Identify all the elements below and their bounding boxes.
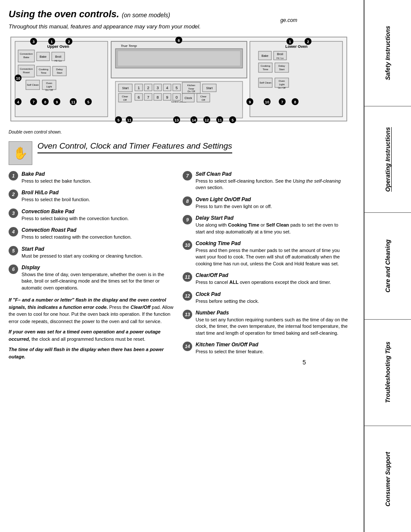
sidebar-consumer: Consumer Support [364,426,411,532]
svg-text:10: 10 [16,76,20,81]
svg-text:Hi / Lo: Hi / Lo [55,59,62,62]
svg-text:2: 2 [68,40,70,44]
svg-text:Off: Off [202,99,205,101]
svg-text:1: 1 [50,40,53,44]
feature-item-8: 8 Oven Light On/Off Pad Press to turn th… [183,196,348,210]
feature-item-10: 10 Cooking Time Pad Press and then press… [183,240,348,267]
sidebar-label-care: Care and Cleaning [384,240,391,292]
svg-text:12: 12 [205,118,209,122]
svg-text:4: 4 [166,86,168,90]
svg-text:Lower Oven: Lower Oven [285,44,308,49]
feature-item-14: 14 Kitchen Timer On/Off Pad Press to sel… [183,342,348,355]
svg-text:6: 6 [177,38,180,43]
feature-item-6: 6 Display Shows the time of day, oven te… [9,264,174,291]
sidebar-safety: Safety Instructions [364,0,411,106]
svg-text:6: 6 [137,95,140,100]
svg-text:11: 11 [71,100,75,104]
svg-text:0: 0 [175,95,177,100]
svg-text:On / Off: On / Off [187,90,195,93]
svg-text:Clear: Clear [200,95,206,98]
svg-text:On / Off: On / Off [45,89,53,91]
warning-2: If your oven was set for a timed oven op… [9,328,174,342]
svg-text:11: 11 [127,118,131,122]
page-number: 5 [302,359,306,366]
svg-text:Off: Off [123,99,127,101]
svg-text:Self Clean: Self Clean [259,81,271,84]
svg-text:1: 1 [289,40,291,44]
svg-text:5: 5 [117,118,119,122]
diagram-caption: Double oven control shown. [9,130,353,134]
svg-text:Self Clean: Self Clean [27,84,39,86]
page-title: Using the oven controls. (on some models… [9,9,170,19]
svg-text:5: 5 [175,86,177,90]
svg-text:Hi / Lo: Hi / Lo [277,57,283,59]
sidebar-operating: Operating Instructions [364,106,411,213]
svg-text:5: 5 [231,118,234,122]
warning-3: The time of day will flash in the displa… [9,346,174,360]
svg-text:10: 10 [265,100,269,104]
svg-text:13: 13 [174,118,179,122]
svg-text:7: 7 [32,100,34,104]
svg-text:Roast: Roast [23,71,30,74]
svg-text:Clock: Clock [184,96,192,100]
svg-text:Bake: Bake [262,54,268,57]
svg-text:1: 1 [137,86,140,90]
svg-text:9: 9 [56,100,58,104]
right-sidebar: Safety Instructions Operating Instructio… [364,0,411,532]
intro-text: Throughout this manual, features and app… [9,23,353,30]
svg-text:Oven: Oven [46,82,52,84]
features-left-col: 1 Bake Pad Press to select the bake func… [9,171,174,364]
feature-item-11: 11 Clear/Off Pad Press to cancel ALL ove… [183,272,348,286]
svg-text:Start: Start [122,87,129,90]
svg-text:9: 9 [166,95,168,100]
page-title-sub: (on some models) [122,12,170,19]
feature-item-13: 13 Number Pads Use to set any function r… [183,310,348,336]
feature-item-12: 12 Clock Pad Press before setting the cl… [183,291,348,305]
svg-text:7: 7 [281,100,283,104]
feature-item-1: 1 Bake Pad Press to select the bake func… [9,171,174,184]
svg-text:Time: Time [40,72,47,74]
section-icon: ✋ [9,141,32,165]
warning-1: If "F– and a number or letter" flash in … [9,296,174,325]
svg-text:True Temp: True Temp [121,44,137,48]
ge-com-label: ge.com [280,17,297,23]
svg-text:Light: Light [46,85,52,88]
section-title: Oven Control, Clock and Timer Features a… [37,141,232,153]
svg-text:Bake: Bake [23,56,29,59]
sidebar-care: Care and Cleaning [364,213,411,319]
sidebar-label-safety: Safety Instructions [384,26,391,80]
svg-text:2: 2 [307,40,309,44]
svg-text:Start: Start [57,72,62,74]
feature-item-9: 9 Delay Start Pad Use along with Cooking… [183,215,348,235]
svg-text:Oven: Oven [279,80,285,82]
svg-text:8: 8 [294,100,296,104]
feature-item-5: 5 Start Pad Must be pressed to start any… [9,246,174,259]
svg-text:7: 7 [147,95,149,100]
svg-text:3: 3 [32,40,34,44]
svg-text:Time: Time [262,68,268,71]
svg-text:Start: Start [206,87,213,90]
svg-text:On / Off: On / Off [278,87,286,89]
sidebar-label-troubleshooting: Troubleshooting Tips [384,342,391,403]
svg-text:11: 11 [218,118,222,122]
svg-text:Start: Start [279,68,285,71]
sidebar-label-operating: Operating Instructions [384,127,391,192]
svg-text:14: 14 [192,118,196,122]
sidebar-label-consumer: Consumer Support [384,452,391,507]
svg-rect-47 [118,51,240,66]
svg-text:4: 4 [17,100,19,104]
svg-text:8: 8 [44,100,46,104]
features-right-col: 7 Self Clean Pad Press to select self-cl… [183,171,348,364]
svg-text:Clear: Clear [122,95,128,98]
svg-text:3: 3 [156,86,159,90]
svg-text:Delay: Delay [56,68,62,71]
svg-text:Convection: Convection [20,53,33,55]
oven-diagram: Upper Oven Convection Bake Bake Broil Hi… [9,35,349,127]
svg-text:2: 2 [147,86,149,90]
svg-text:5: 5 [87,100,89,104]
svg-text:Broil: Broil [277,53,283,56]
feature-item-3: 3 Convection Bake Pad Press to select ba… [9,208,174,222]
svg-text:9: 9 [249,100,251,104]
feature-item-2: 2 Broil Hi/Lo Pad Press to select the br… [9,190,174,203]
sidebar-troubleshooting: Troubleshooting Tips [364,320,411,426]
